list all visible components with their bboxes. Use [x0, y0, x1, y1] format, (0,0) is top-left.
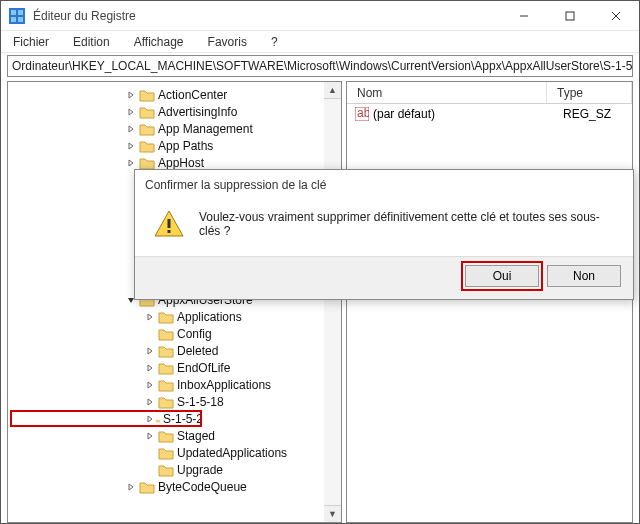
scroll-track[interactable] [324, 99, 341, 505]
list-pane[interactable]: Nom Type ab (par défaut) REG_SZ [346, 81, 633, 523]
window-title: Éditeur du Registre [33, 9, 501, 23]
tree-label: App Management [158, 122, 253, 136]
svg-rect-1 [11, 10, 16, 15]
expand-icon[interactable] [144, 364, 156, 372]
tree-label: App Paths [158, 139, 213, 153]
maximize-button[interactable] [547, 1, 593, 31]
tree-label: Deleted [177, 344, 218, 358]
tree-item-parent[interactable]: AppxAllUserStore [8, 291, 341, 308]
expand-icon[interactable] [144, 381, 156, 389]
scroll-up-button[interactable]: ▲ [324, 82, 341, 99]
tree-item[interactable]: Deleted [8, 342, 341, 359]
expand-icon[interactable] [125, 125, 137, 133]
folder-icon [139, 293, 155, 307]
svg-rect-6 [566, 12, 574, 20]
folder-icon [139, 156, 155, 170]
tree-pane[interactable]: ▲ ▼ ActionCenter AdvertisingInfo App Man… [7, 81, 342, 523]
folder-icon [158, 327, 174, 341]
expand-icon[interactable] [125, 108, 137, 116]
address-text: Ordinateur\HKEY_LOCAL_MACHINE\SOFTWARE\M… [12, 59, 632, 73]
tree-label: AppHost [158, 156, 204, 170]
expand-icon[interactable] [144, 398, 156, 406]
titlebar: Éditeur du Registre [1, 1, 639, 31]
folder-icon [158, 310, 174, 324]
tree-label: S-1-5-21-1615741886-3699 [163, 412, 200, 426]
folder-icon [158, 463, 174, 477]
tree-item[interactable]: Applications [8, 308, 341, 325]
tree-item[interactable]: ActionCenter [8, 86, 341, 103]
folder-icon [158, 429, 174, 443]
tree-item[interactable]: AdvertisingInfo [8, 103, 341, 120]
value-name: (par défaut) [373, 107, 563, 121]
menubar: Fichier Edition Affichage Favoris ? [1, 31, 639, 53]
value-type: REG_SZ [563, 107, 611, 121]
tree-label: Upgrade [177, 463, 223, 477]
tree-item[interactable]: InboxApplications [8, 376, 341, 393]
window-controls [501, 1, 639, 31]
tree-label: S-1-5-18 [177, 395, 224, 409]
tree-item[interactable]: AppHost [8, 154, 341, 171]
expand-icon[interactable] [125, 483, 137, 491]
folder-icon [158, 361, 174, 375]
tree: ActionCenter AdvertisingInfo App Managem… [8, 82, 341, 495]
expand-icon[interactable] [144, 347, 156, 355]
tree-label: ByteCodeQueue [158, 480, 247, 494]
scroll-down-button[interactable]: ▼ [324, 505, 341, 522]
folder-icon [139, 105, 155, 119]
svg-rect-2 [18, 10, 23, 15]
tree-item-selected[interactable]: S-1-5-21-1615741886-3699 [10, 410, 202, 427]
svg-rect-3 [11, 17, 16, 22]
tree-label: AppxAllUserStore [158, 293, 253, 307]
col-type[interactable]: Type [547, 82, 632, 103]
tree-item[interactable]: EndOfLife [8, 359, 341, 376]
expand-icon[interactable] [146, 415, 154, 423]
svg-text:ab: ab [357, 107, 369, 120]
folder-icon [158, 344, 174, 358]
tree-label: AdvertisingInfo [158, 105, 237, 119]
folder-icon [139, 122, 155, 136]
expand-icon[interactable] [144, 313, 156, 321]
tree-label: ActionCenter [158, 88, 227, 102]
folder-icon [139, 480, 155, 494]
menu-view[interactable]: Affichage [128, 33, 190, 51]
tree-item[interactable]: App Paths [8, 137, 341, 154]
reg-string-icon: ab [355, 107, 369, 121]
address-bar[interactable]: Ordinateur\HKEY_LOCAL_MACHINE\SOFTWARE\M… [7, 55, 633, 77]
tree-label: UpdatedApplications [177, 446, 287, 460]
col-name[interactable]: Nom [347, 82, 547, 103]
expand-icon[interactable] [125, 91, 137, 99]
menu-help[interactable]: ? [265, 33, 284, 51]
expand-icon[interactable] [125, 159, 137, 167]
tree-label: InboxApplications [177, 378, 271, 392]
tree-item[interactable]: Upgrade [8, 461, 341, 478]
tree-item[interactable]: UpdatedApplications [8, 444, 341, 461]
close-button[interactable] [593, 1, 639, 31]
tree-item[interactable]: Staged [8, 427, 341, 444]
folder-icon [158, 446, 174, 460]
tree-label: Staged [177, 429, 215, 443]
expand-icon[interactable] [125, 142, 137, 150]
tree-label: Applications [177, 310, 242, 324]
tree-label: EndOfLife [177, 361, 230, 375]
tree-item[interactable]: ByteCodeQueue [8, 478, 341, 495]
folder-icon [139, 88, 155, 102]
minimize-button[interactable] [501, 1, 547, 31]
collapse-icon[interactable] [125, 296, 137, 304]
folder-icon [156, 412, 160, 426]
menu-file[interactable]: Fichier [7, 33, 55, 51]
menu-favorites[interactable]: Favoris [202, 33, 253, 51]
menu-edit[interactable]: Edition [67, 33, 116, 51]
expand-icon[interactable] [144, 432, 156, 440]
tree-item[interactable]: App Management [8, 120, 341, 137]
list-header: Nom Type [347, 82, 632, 104]
tree-item[interactable]: S-1-5-18 [8, 393, 341, 410]
folder-icon [158, 378, 174, 392]
list-row[interactable]: ab (par défaut) REG_SZ [347, 104, 632, 124]
folder-icon [139, 139, 155, 153]
tree-label: Config [177, 327, 212, 341]
app-icon [9, 8, 25, 24]
main-panes: ▲ ▼ ActionCenter AdvertisingInfo App Man… [1, 81, 639, 523]
svg-rect-4 [18, 17, 23, 22]
folder-icon [158, 395, 174, 409]
tree-item[interactable]: Config [8, 325, 341, 342]
